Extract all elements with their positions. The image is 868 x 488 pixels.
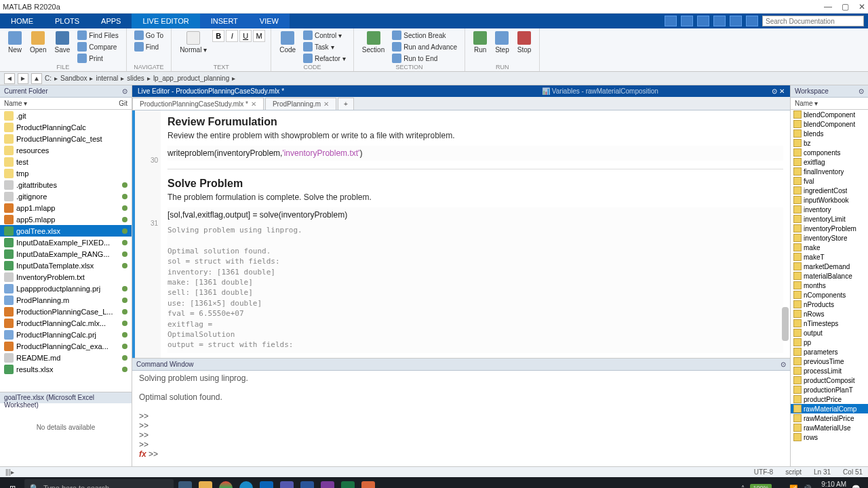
path-seg[interactable]: C:	[45, 75, 52, 82]
find-files-button[interactable]: Find Files	[75, 30, 120, 41]
file-row[interactable]: InputDataExample_RANG...	[0, 248, 132, 260]
control-button[interactable]: Control▾	[301, 30, 348, 41]
tray-onedrive-icon[interactable]: ☁	[777, 485, 784, 489]
tab-close-icon[interactable]: ✕	[251, 100, 256, 108]
refactor-button[interactable]: Refactor▾	[301, 53, 348, 64]
workspace-var[interactable]: materialBalance	[791, 271, 868, 281]
path-seg[interactable]: slides	[127, 75, 144, 82]
workspace-var[interactable]: rawMaterialUse	[791, 423, 868, 432]
taskbar-app-chrome[interactable]	[217, 479, 235, 488]
taskbar-app-matlab[interactable]	[359, 479, 377, 488]
file-row[interactable]: Lpappproductplanning.prj	[0, 283, 132, 294]
workspace-var[interactable]: inventoryProblem	[791, 224, 868, 233]
file-row[interactable]: results.xlsx	[0, 363, 132, 375]
taskbar-search[interactable]: 🔍 Type here to search	[24, 479, 174, 488]
mono-button[interactable]: M	[253, 30, 265, 42]
path-seg[interactable]: internal	[96, 75, 118, 82]
workspace-var[interactable]: nTimesteps	[791, 319, 868, 328]
workspace-var[interactable]: inputWorkbook	[791, 195, 868, 205]
tray-wifi-icon[interactable]: 📶	[789, 485, 797, 489]
panel-menu-icon[interactable]: ⊙	[859, 87, 864, 95]
maximize-button[interactable]: ▢	[842, 2, 849, 12]
notifications-icon[interactable]: 💬	[852, 485, 860, 489]
taskbar-app-explorer[interactable]	[197, 479, 214, 488]
tray-volume-icon[interactable]: 🔊	[803, 485, 811, 489]
battery-indicator[interactable]: 100%	[750, 484, 771, 488]
file-row[interactable]: ProductionPlanningCase_L...	[0, 306, 132, 317]
run-to-end-button[interactable]: Run to End	[390, 53, 459, 64]
command-window-body[interactable]: Solving problem using linprog. Optimal s…	[132, 371, 790, 466]
task-button[interactable]: Task▾	[301, 41, 348, 52]
path-seg[interactable]: lp_app_product_planning	[153, 75, 229, 82]
new-button[interactable]: New	[5, 30, 24, 55]
workspace-var[interactable]: processLimit	[791, 366, 868, 375]
file-row[interactable]: .git	[0, 110, 132, 121]
workspace-var[interactable]: bz	[791, 138, 868, 148]
panel-menu-icon[interactable]: ⊙	[781, 361, 786, 368]
open-button[interactable]: Open	[27, 30, 49, 55]
step-button[interactable]: Step	[492, 30, 512, 55]
file-row[interactable]: InputDataTemplate.xlsx	[0, 260, 132, 271]
workspace-var[interactable]: blendComponent	[791, 119, 868, 129]
taskbar-app-teams[interactable]	[278, 479, 296, 488]
file-row[interactable]: ProdPlanning.m	[0, 294, 132, 306]
workspace-var[interactable]: rawMaterialComp	[791, 404, 868, 413]
workspace-var[interactable]: rawMaterialPrice	[791, 413, 868, 423]
file-row[interactable]: .gitattributes	[0, 179, 132, 190]
run-button[interactable]: Run	[471, 30, 490, 55]
ribbon-tab-insert[interactable]: INSERT	[200, 14, 249, 28]
qat-copy-icon[interactable]	[697, 16, 709, 26]
editor-tab-mlx[interactable]: ProductionPlanningCaseStudy.mlx *✕	[132, 98, 264, 110]
section-break-button[interactable]: Section Break	[390, 30, 459, 41]
file-row[interactable]: ProductPlanningCalc	[0, 121, 132, 133]
nav-up-button[interactable]: ▲	[31, 73, 42, 84]
italic-button[interactable]: I	[226, 30, 238, 42]
compare-button[interactable]: Compare	[75, 41, 120, 52]
file-row[interactable]: goalTree.xlsx	[0, 225, 132, 237]
code-line[interactable]: [sol,fval,exitflag,output] = solve(inven…	[167, 207, 783, 222]
file-row[interactable]: .gitignore	[0, 190, 132, 202]
workspace-var[interactable]: finalInventory	[791, 167, 868, 176]
tray-chevron-icon[interactable]: ˄	[741, 485, 745, 489]
ribbon-tab-home[interactable]: HOME	[0, 14, 44, 28]
workspace-var[interactable]: productComposit	[791, 375, 868, 385]
panel-menu-icon[interactable]: ⊙	[122, 87, 127, 95]
workspace-var[interactable]: pp	[791, 338, 868, 347]
workspace-var[interactable]: ingredientCost	[791, 186, 868, 195]
qat-help-icon[interactable]	[746, 16, 758, 26]
doc-search-input[interactable]	[762, 16, 864, 26]
stop-button[interactable]: Stop	[515, 30, 534, 55]
qat-cut-icon[interactable]	[681, 16, 693, 26]
workspace-var[interactable]: exitflag	[791, 157, 868, 167]
taskbar-app-onenote[interactable]	[319, 479, 336, 488]
close-button[interactable]: ✕	[859, 2, 865, 12]
nav-fwd-button[interactable]: ►	[18, 73, 28, 84]
code-button[interactable]: Code	[277, 30, 298, 55]
text-style-button[interactable]: Normal ▾	[177, 30, 210, 55]
workspace-var[interactable]: inventory	[791, 205, 868, 214]
ribbon-tab-apps[interactable]: APPS	[90, 14, 132, 28]
file-row[interactable]: ProductPlanningCalc.mlx...	[0, 317, 132, 329]
live-editor[interactable]: 30 31 Review Forumulation Review the ent…	[132, 110, 790, 358]
file-row[interactable]: tmp	[0, 167, 132, 179]
file-row[interactable]: README.md	[0, 352, 132, 363]
scrollbar-thumb[interactable]	[782, 307, 789, 341]
file-row[interactable]: app5.mlapp	[0, 214, 132, 225]
workspace-var[interactable]: blendComponent	[791, 110, 868, 119]
editor-tab-add[interactable]: +	[338, 98, 354, 110]
nav-back-button[interactable]: ◄	[4, 73, 15, 84]
goto-button[interactable]: Go To	[132, 30, 166, 41]
workspace-var[interactable]: components	[791, 148, 868, 157]
workspace-var[interactable]: make	[791, 243, 868, 252]
path-seg[interactable]: Sandbox	[60, 75, 87, 82]
workspace-var[interactable]: inventoryLimit	[791, 214, 868, 224]
taskbar-app-word[interactable]	[298, 479, 316, 488]
editor-body[interactable]: Review Forumulation Review the entire pr…	[161, 110, 790, 358]
file-row[interactable]: resources	[0, 144, 132, 156]
save-button[interactable]: Save	[52, 30, 73, 55]
ribbon-tab-plots[interactable]: PLOTS	[44, 14, 90, 28]
editor-close-icon[interactable]: ⊙ ✕	[772, 87, 785, 95]
workspace-var[interactable]: inventoryStore	[791, 233, 868, 243]
file-row[interactable]: InputDataExample_FIXED...	[0, 237, 132, 248]
code-line[interactable]: writeproblem(inventoryProblem,'inventory…	[167, 146, 783, 161]
